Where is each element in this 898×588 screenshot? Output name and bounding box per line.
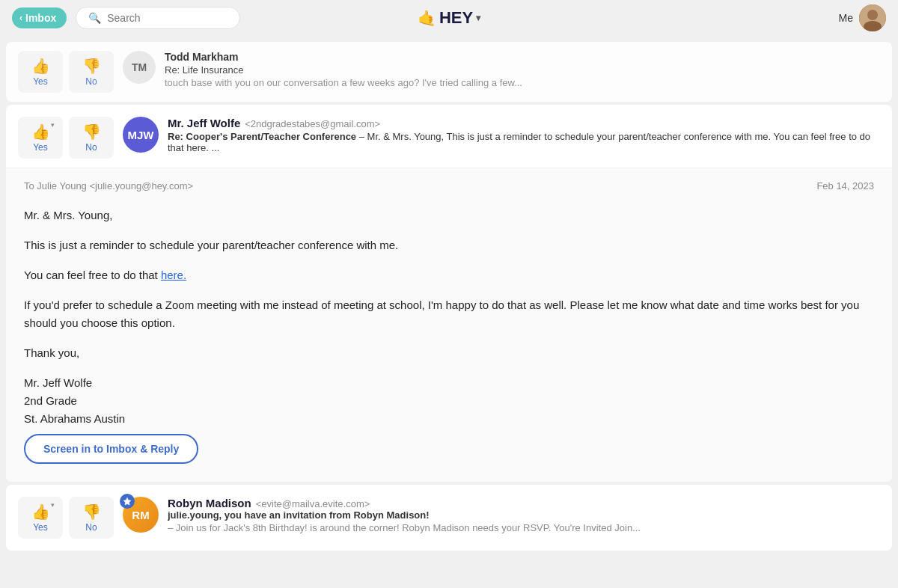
- wave-icon: 🤙: [418, 9, 436, 27]
- robyn-sender-name: Robyn Madison: [168, 497, 251, 509]
- jeff-para2-prefix: You can feel free to do that: [24, 269, 161, 281]
- jeff-initials: MJW: [128, 129, 154, 141]
- robyn-yes-label: Yes: [33, 522, 48, 533]
- svg-point-1: [867, 10, 878, 20]
- todd-yes-button[interactable]: 👍 Yes: [18, 51, 63, 93]
- todd-avatar: TM: [123, 51, 156, 84]
- jeff-here-link[interactable]: here.: [161, 269, 186, 281]
- todd-email-snippet: 👍 Yes 👎 No TM Todd Markham Re: Life Insu…: [6, 42, 892, 102]
- search-bar[interactable]: 🔍: [76, 7, 240, 29]
- todd-preview: touch base with you on our conversation …: [165, 77, 880, 88]
- jeff-to-field: To Julie Young <julie.young@hey.com>: [24, 180, 193, 192]
- jeff-closing: Thank you,: [24, 344, 874, 362]
- jeff-yes-label: Yes: [33, 142, 48, 153]
- robyn-subject-text: julie.young, you have an invitation from…: [168, 509, 430, 521]
- yes-chevron-icon: ▾: [51, 501, 55, 509]
- chevron-down-icon: ▾: [476, 13, 480, 23]
- jeff-yes-button[interactable]: 👍 ▾ Yes: [18, 117, 63, 159]
- yes-label: Yes: [33, 76, 48, 87]
- jeff-sender-row: Mr. Jeff Wolfe <2ndgradestabes@gmail.com…: [168, 117, 880, 129]
- thumbs-down-icon: 👎: [82, 503, 101, 521]
- jeff-header-info: Mr. Jeff Wolfe <2ndgradestabes@gmail.com…: [168, 117, 880, 153]
- jeff-email-card: 👍 ▾ Yes 👎 No MJW Mr. Jeff Wolfe: [6, 105, 892, 482]
- jeff-para2: You can feel free to do that here.: [24, 266, 874, 284]
- jeff-email-date: Feb 14, 2023: [816, 180, 874, 192]
- thumbs-up-icon: 👍: [31, 503, 50, 520]
- todd-content: Todd Markham Re: Life Insurance touch ba…: [165, 51, 880, 88]
- robyn-actions: 👍 ▾ Yes 👎 No: [18, 497, 114, 539]
- search-input[interactable]: [107, 12, 227, 24]
- jeff-no-label: No: [85, 142, 97, 153]
- thumbs-up-icon: 👍: [31, 57, 50, 75]
- avatar[interactable]: [859, 4, 886, 31]
- back-label: Imbox: [25, 12, 56, 24]
- robyn-preview: – Join us for Jack's 8th Birthday! is ar…: [168, 522, 880, 533]
- robyn-content: Robyn Madison <evite@mailva.evite.com> j…: [168, 497, 880, 533]
- jeff-email-meta: To Julie Young <julie.young@hey.com> Feb…: [24, 180, 874, 192]
- jeff-sig-line1: Mr. Jeff Wolfe: [24, 374, 874, 392]
- hey-logo[interactable]: 🤙 HEY ▾: [418, 8, 480, 28]
- jeff-sig-line3: St. Abrahams Austin: [24, 410, 874, 428]
- jeff-sender-name: Mr. Jeff Wolfe: [168, 117, 240, 129]
- thumbs-down-icon: 👎: [82, 57, 101, 75]
- main-content: 👍 Yes 👎 No TM Todd Markham Re: Life Insu…: [0, 36, 898, 588]
- jeff-no-button[interactable]: 👎 No: [69, 117, 114, 159]
- jeff-para3: If you'd prefer to schedule a Zoom meeti…: [24, 296, 874, 332]
- jeff-signature: Mr. Jeff Wolfe 2nd Grade St. Abrahams Au…: [24, 374, 874, 428]
- robyn-initials: RM: [132, 509, 149, 521]
- logo-text: HEY: [439, 8, 473, 28]
- thread-container: 👍 Yes 👎 No TM Todd Markham Re: Life Insu…: [0, 36, 898, 560]
- user-area: Me: [839, 4, 886, 31]
- robyn-badge: [120, 494, 135, 509]
- user-label: Me: [839, 12, 853, 24]
- jeff-sender-email: <2ndgradestabes@gmail.com>: [245, 118, 380, 129]
- todd-initials: TM: [132, 61, 147, 73]
- jeff-email-subject: Re: Cooper's Parent/Teacher Conference –…: [168, 131, 880, 153]
- todd-actions: 👍 Yes 👎 No: [18, 51, 114, 93]
- jeff-email-text: Mr. & Mrs. Young, This is just a reminde…: [24, 206, 874, 428]
- thumbs-up-icon: 👍: [31, 123, 50, 140]
- jeff-subject-prefix: Re: Cooper's Parent/Teacher Conference: [168, 131, 356, 142]
- todd-no-button[interactable]: 👎 No: [69, 51, 114, 93]
- top-bar: ‹ Imbox 🔍 🤙 HEY ▾ Me: [0, 0, 898, 36]
- robyn-email-snippet: 👍 ▾ Yes 👎 No RM: [6, 485, 892, 551]
- back-button[interactable]: ‹ Imbox: [12, 7, 67, 28]
- search-icon: 🔍: [88, 12, 101, 24]
- jeff-para1: This is just a reminder to schedule your…: [24, 236, 874, 254]
- robyn-sender-email: <evite@mailva.evite.com>: [256, 498, 370, 509]
- robyn-avatar: RM: [123, 497, 159, 533]
- robyn-subject: julie.young, you have an invitation from…: [168, 509, 880, 521]
- jeff-actions: 👍 ▾ Yes 👎 No: [18, 117, 114, 159]
- chevron-left-icon: ‹: [19, 13, 22, 23]
- todd-sender: Todd Markham: [165, 51, 880, 63]
- robyn-yes-button[interactable]: 👍 ▾ Yes: [18, 497, 63, 539]
- robyn-no-label: No: [85, 522, 97, 533]
- jeff-avatar: MJW: [123, 117, 159, 153]
- thumbs-down-icon: 👎: [82, 123, 101, 141]
- robyn-no-button[interactable]: 👎 No: [69, 497, 114, 539]
- todd-subject: Re: Life Insurance: [165, 64, 880, 76]
- screen-in-button[interactable]: Screen in to Imbox & Reply: [24, 434, 198, 464]
- yes-chevron-icon: ▾: [51, 121, 55, 129]
- jeff-greeting: Mr. & Mrs. Young,: [24, 206, 874, 224]
- jeff-email-body: To Julie Young <julie.young@hey.com> Feb…: [6, 168, 892, 482]
- jeff-email-header: 👍 ▾ Yes 👎 No MJW Mr. Jeff Wolfe: [6, 105, 892, 168]
- no-label: No: [85, 76, 97, 87]
- jeff-sig-line2: 2nd Grade: [24, 392, 874, 410]
- robyn-sender-row: Robyn Madison <evite@mailva.evite.com>: [168, 497, 880, 509]
